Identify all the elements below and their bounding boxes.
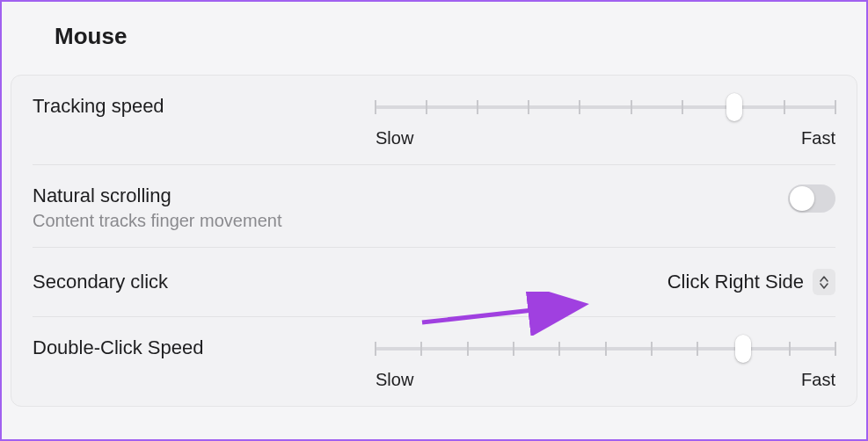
tracking-speed-label: Tracking speed bbox=[33, 95, 376, 118]
double-click-speed-row: Double-Click Speed Slow Fast bbox=[33, 317, 835, 406]
natural-scrolling-label: Natural scrolling bbox=[33, 184, 376, 207]
natural-scrolling-description: Content tracks finger movement bbox=[33, 211, 376, 231]
double-click-speed-label: Double-Click Speed bbox=[33, 336, 376, 359]
secondary-click-value: Click Right Side bbox=[667, 271, 804, 293]
double-click-max-label: Fast bbox=[801, 370, 835, 390]
tracking-speed-row: Tracking speed Slow Fast bbox=[33, 76, 835, 165]
secondary-click-dropdown[interactable]: Click Right Side bbox=[667, 269, 835, 295]
secondary-click-label: Secondary click bbox=[33, 271, 376, 293]
tracking-speed-slider[interactable] bbox=[376, 95, 835, 116]
double-click-min-label: Slow bbox=[376, 370, 413, 390]
secondary-click-row: Secondary click Click Right Side bbox=[33, 248, 835, 317]
updown-stepper-icon bbox=[813, 269, 835, 295]
natural-scrolling-toggle[interactable] bbox=[788, 184, 835, 213]
double-click-speed-slider[interactable] bbox=[376, 336, 835, 358]
tracking-max-label: Fast bbox=[801, 128, 835, 148]
settings-panel: Tracking speed Slow Fast Natural scrolli… bbox=[11, 75, 857, 407]
page-title: Mouse bbox=[2, 2, 866, 50]
tracking-min-label: Slow bbox=[376, 128, 413, 148]
natural-scrolling-row: Natural scrolling Content tracks finger … bbox=[33, 165, 835, 248]
